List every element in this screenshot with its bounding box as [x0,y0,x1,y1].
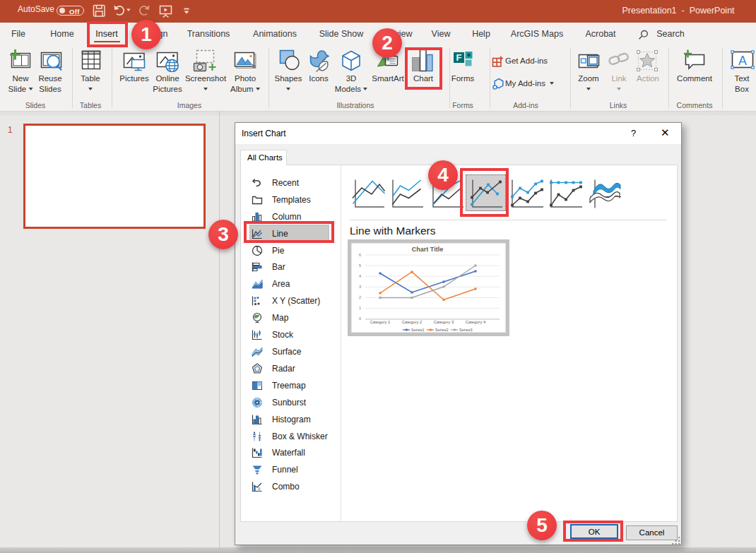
svg-text:F: F [456,52,462,63]
svg-text:A: A [738,54,747,68]
svg-text:Category 3: Category 3 [434,320,454,324]
svg-text:3: 3 [359,285,361,289]
svg-text:0: 0 [359,316,361,321]
svg-text:2: 2 [359,295,361,299]
svg-text:Category 4: Category 4 [466,320,486,324]
svg-text:Category 1: Category 1 [370,320,390,324]
svg-text:1: 1 [359,306,361,310]
svg-text:4: 4 [359,274,361,278]
svg-text:6: 6 [359,253,361,257]
svg-text:Category 2: Category 2 [402,320,422,324]
svg-text:5: 5 [359,263,361,268]
svg-text:Series2: Series2 [435,328,449,332]
svg-text:Chart Title: Chart Title [412,246,443,253]
svg-text:Series3: Series3 [459,328,473,332]
svg-text:Series1: Series1 [411,328,425,332]
